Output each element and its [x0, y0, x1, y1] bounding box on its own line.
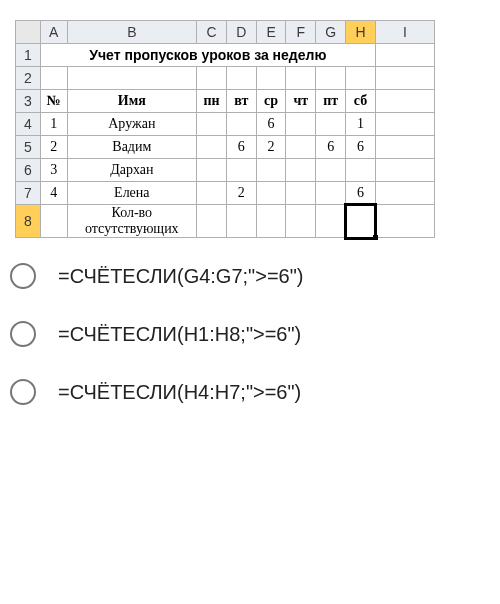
header-day-4: пт — [316, 90, 346, 113]
row-header-8: 8 — [16, 205, 41, 238]
student-1-d5: 6 — [346, 136, 376, 159]
col-header-F: F — [286, 21, 316, 44]
col-header-H: H — [346, 21, 376, 44]
student-0-d2: 6 — [256, 113, 286, 136]
student-2-d3 — [286, 159, 316, 182]
student-0-d0 — [197, 113, 227, 136]
student-0-d4 — [316, 113, 346, 136]
row-header-6: 6 — [16, 159, 41, 182]
student-1-d4: 6 — [316, 136, 346, 159]
student-0-d3 — [286, 113, 316, 136]
student-1-n: 2 — [40, 136, 67, 159]
student-0-d5: 1 — [346, 113, 376, 136]
student-3-name: Елена — [67, 182, 196, 205]
cell-I3 — [375, 90, 434, 113]
student-3-n: 4 — [40, 182, 67, 205]
footer-label: Кол-во отсутствующих — [67, 205, 196, 238]
col-header-I: I — [375, 21, 434, 44]
col-header-B: B — [67, 21, 196, 44]
row-header-4: 4 — [16, 113, 41, 136]
cell-E2 — [256, 67, 286, 90]
cell-B2 — [67, 67, 196, 90]
cell-I2 — [375, 67, 434, 90]
row-header-5: 5 — [16, 136, 41, 159]
student-2-d0 — [197, 159, 227, 182]
student-2-d5 — [346, 159, 376, 182]
answer-option-2[interactable]: =СЧЁТЕСЛИ(H4:H7;">=6") — [10, 379, 500, 405]
student-1-d1: 6 — [226, 136, 256, 159]
cell-I1 — [375, 44, 434, 67]
student-3-d4 — [316, 182, 346, 205]
row-header-2: 2 — [16, 67, 41, 90]
header-day-0: пн — [197, 90, 227, 113]
radio-icon — [10, 321, 36, 347]
col-header-A: A — [40, 21, 67, 44]
header-num: № — [40, 90, 67, 113]
answer-text: =СЧЁТЕСЛИ(H1:H8;">=6") — [58, 323, 301, 346]
cell-D8 — [226, 205, 256, 238]
row-header-1: 1 — [16, 44, 41, 67]
header-name: Имя — [67, 90, 196, 113]
cell-I8 — [375, 205, 434, 238]
row-header-7: 7 — [16, 182, 41, 205]
title-cell: Учет пропусков уроков за неделю — [40, 44, 375, 67]
student-3-d0 — [197, 182, 227, 205]
student-1-d3 — [286, 136, 316, 159]
student-0-d1 — [226, 113, 256, 136]
student-3-d2 — [256, 182, 286, 205]
answer-option-0[interactable]: =СЧЁТЕСЛИ(G4:G7;">=6") — [10, 263, 500, 289]
header-day-2: ср — [256, 90, 286, 113]
answer-text: =СЧЁТЕСЛИ(H4:H7;">=6") — [58, 381, 301, 404]
student-1-name: Вадим — [67, 136, 196, 159]
cell-I5 — [375, 136, 434, 159]
col-header-C: C — [197, 21, 227, 44]
cell-E8 — [256, 205, 286, 238]
header-day-3: чт — [286, 90, 316, 113]
answer-option-1[interactable]: =СЧЁТЕСЛИ(H1:H8;">=6") — [10, 321, 500, 347]
answer-text: =СЧЁТЕСЛИ(G4:G7;">=6") — [58, 265, 303, 288]
col-header-E: E — [256, 21, 286, 44]
student-3-d3 — [286, 182, 316, 205]
cell-C2 — [197, 67, 227, 90]
spreadsheet-grid: A B C D E F G H I 1 Учет пропусков уроко… — [15, 20, 435, 238]
cell-A8 — [40, 205, 67, 238]
cell-H2 — [346, 67, 376, 90]
student-1-d2: 2 — [256, 136, 286, 159]
active-cell-H8 — [346, 205, 376, 238]
student-3-d1: 2 — [226, 182, 256, 205]
cell-C8 — [197, 205, 227, 238]
student-2-name: Дархан — [67, 159, 196, 182]
radio-icon — [10, 263, 36, 289]
cell-F2 — [286, 67, 316, 90]
col-header-D: D — [226, 21, 256, 44]
cell-I4 — [375, 113, 434, 136]
answer-options: =СЧЁТЕСЛИ(G4:G7;">=6") =СЧЁТЕСЛИ(H1:H8;"… — [10, 263, 500, 405]
header-day-5: сб — [346, 90, 376, 113]
cell-F8 — [286, 205, 316, 238]
student-2-d2 — [256, 159, 286, 182]
student-2-n: 3 — [40, 159, 67, 182]
student-3-d5: 6 — [346, 182, 376, 205]
header-day-1: вт — [226, 90, 256, 113]
row-header-3: 3 — [16, 90, 41, 113]
spreadsheet-screenshot: A B C D E F G H I 1 Учет пропусков уроко… — [15, 20, 435, 238]
student-1-d0 — [197, 136, 227, 159]
cell-I6 — [375, 159, 434, 182]
cell-I7 — [375, 182, 434, 205]
cell-A2 — [40, 67, 67, 90]
student-2-d1 — [226, 159, 256, 182]
student-0-name: Аружан — [67, 113, 196, 136]
select-all-corner — [16, 21, 41, 44]
cell-G8 — [316, 205, 346, 238]
col-header-G: G — [316, 21, 346, 44]
cell-D2 — [226, 67, 256, 90]
radio-icon — [10, 379, 36, 405]
cell-G2 — [316, 67, 346, 90]
student-2-d4 — [316, 159, 346, 182]
student-0-n: 1 — [40, 113, 67, 136]
